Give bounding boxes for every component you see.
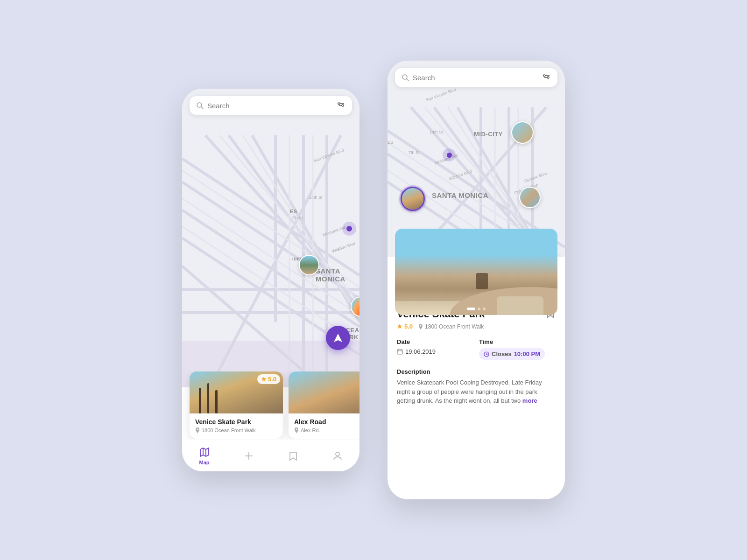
user-icon	[332, 450, 343, 462]
search-icon	[196, 102, 204, 109]
card-address-alex: Alex Rd.	[294, 427, 359, 433]
dot-3	[483, 308, 486, 310]
rating-value: 5.0	[404, 323, 413, 330]
card-star-icon: ★	[261, 376, 267, 383]
card-venice-skate[interactable]: ★ 5.0 Venice Skate Park 1800 Ocean Front…	[190, 371, 283, 439]
street-name-7th: 7th St	[292, 216, 303, 220]
desc-label: Description	[397, 368, 556, 375]
svg-rect-34	[388, 61, 565, 257]
date-section: Date 19.06.2019	[397, 338, 473, 360]
map-pin-photo-r1[interactable]	[511, 121, 534, 144]
svg-line-24	[201, 107, 203, 109]
map-label-r-santamonica: Santa Monica	[432, 191, 488, 199]
svg-point-33	[336, 452, 339, 456]
filter-icon-left[interactable]	[336, 101, 345, 110]
search-icon-right	[402, 74, 409, 81]
map-pin-dot-left[interactable]	[342, 222, 356, 236]
navigate-button[interactable]	[326, 326, 350, 350]
svg-point-27	[338, 103, 340, 105]
svg-line-63	[486, 354, 488, 355]
rating-address-row: ★ 5.0 1800 Ocean Front Walk	[397, 323, 556, 330]
svg-point-55	[543, 75, 545, 77]
card-title-alex: Alex Road	[294, 418, 359, 426]
nav-label-map: Map	[199, 460, 210, 465]
card-image-venice: ★ 5.0	[190, 371, 283, 413]
calendar-icon	[397, 349, 403, 355]
search-input-left[interactable]	[207, 102, 332, 110]
svg-rect-57	[397, 350, 402, 354]
bookmark-nav-icon	[288, 450, 299, 462]
search-input-right[interactable]	[413, 74, 538, 82]
description-section: Description Venice Skatepark Pool Coping…	[397, 368, 556, 406]
street-name-r-7th: 7th St	[409, 150, 420, 155]
filter-icon-right[interactable]	[542, 73, 551, 82]
plus-icon	[243, 450, 254, 462]
time-closes-text: Closes	[492, 350, 512, 357]
location-icon	[195, 427, 200, 433]
nav-item-map[interactable]: Map	[199, 447, 210, 465]
desc-text: Venice Skatepark Pool Coping Destroyed. …	[397, 378, 556, 406]
address-value: 1800 Ocean Front Walk	[425, 323, 484, 330]
card-rating-value: 5.0	[268, 376, 276, 383]
street-name-r-es: ES	[388, 140, 393, 145]
search-bar-left[interactable]	[190, 96, 352, 115]
nav-item-add[interactable]	[243, 450, 254, 462]
map-left: San Vicente Blvd 14th St 7th St Montana …	[182, 89, 359, 387]
map-icon	[199, 447, 210, 458]
street-name-r-14th: 14th St	[430, 130, 443, 134]
nav-item-bookmark[interactable]	[288, 450, 299, 462]
map-pin-dot-right[interactable]	[443, 148, 456, 161]
date-label: Date	[397, 338, 473, 345]
detail-panel: Venice Skate Park ★ 5.0 1800 Ocean Front…	[388, 299, 565, 499]
dot-2	[478, 308, 480, 310]
phone-right: San Vicente Blvd 14th St 7th St Montana …	[388, 61, 565, 499]
map-right: San Vicente Blvd 14th St 7th St Montana …	[388, 61, 565, 257]
card-address-venice: 1800 Ocean Front Walk	[195, 427, 277, 433]
map-label-es: ES	[290, 209, 297, 214]
bottom-nav: Map	[182, 440, 359, 471]
nav-item-profile[interactable]	[332, 450, 343, 462]
search-bar-right[interactable]	[395, 68, 557, 87]
card-alex[interactable]: Alex Road Alex Rd.	[289, 371, 359, 439]
map-pin-photo-r3[interactable]	[519, 187, 541, 208]
card-body-alex: Alex Road Alex Rd.	[289, 413, 359, 439]
address-badge: 1800 Ocean Front Walk	[418, 323, 484, 330]
map-pin-active[interactable]	[401, 187, 425, 211]
svg-point-28	[342, 105, 344, 106]
time-badge: Closes 10:00 PM	[479, 348, 545, 360]
map-label-r-midcity: MID-CITY	[474, 131, 503, 138]
dot-1	[467, 308, 475, 310]
street-name-14th: 14th St	[309, 195, 323, 200]
date-time-grid: Date 19.06.2019 Time	[397, 338, 556, 360]
card-image-alex	[289, 371, 359, 413]
card-body-venice: Venice Skate Park 1800 Ocean Front Walk	[190, 413, 283, 439]
time-closes-value: 10:00 PM	[514, 350, 540, 357]
clock-icon	[484, 351, 489, 357]
phone-left: San Vicente Blvd 14th St 7th St Montana …	[182, 89, 359, 471]
map-pin-photo-2[interactable]	[299, 255, 319, 275]
location-icon-detail	[418, 324, 423, 329]
card-title-venice: Venice Skate Park	[195, 418, 277, 426]
star-icon: ★	[397, 323, 402, 330]
svg-point-56	[547, 77, 549, 78]
date-value: 19.06.2019	[397, 348, 473, 355]
map-label-santamonica: Santa Monica	[316, 267, 359, 283]
carousel-dots	[467, 308, 486, 310]
svg-line-52	[407, 79, 409, 81]
detail-photo-container	[395, 229, 557, 315]
rating-badge: ★ 5.0	[397, 323, 413, 330]
desc-more-link[interactable]: more	[522, 397, 537, 404]
cards-area: ★ 5.0 Venice Skate Park 1800 Ocean Front…	[182, 371, 359, 439]
time-label: Time	[479, 338, 556, 345]
location-icon-2	[294, 427, 299, 433]
time-section: Time Closes 10:00 PM	[479, 338, 556, 360]
